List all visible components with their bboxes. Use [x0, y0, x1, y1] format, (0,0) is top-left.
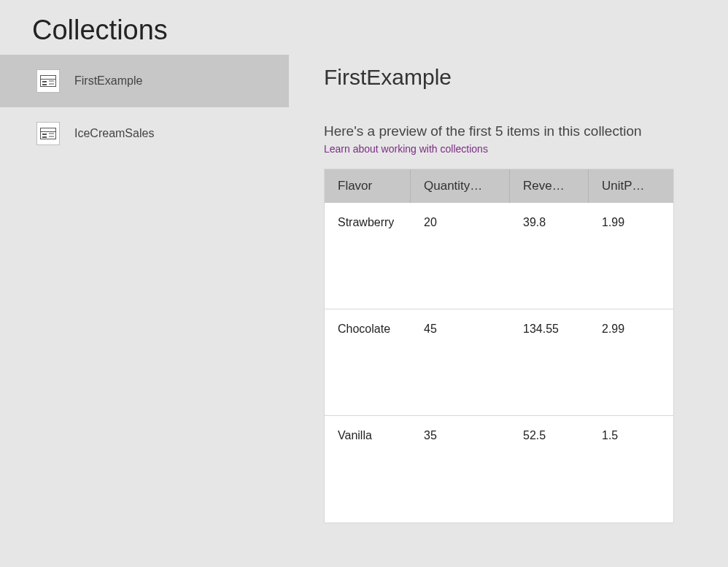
cell-quantity: 20 — [411, 216, 510, 229]
detail-pane: FirstExample Here's a preview of the fir… — [289, 55, 728, 523]
cell-revenue: 52.5 — [510, 429, 589, 442]
detail-title: FirstExample — [324, 65, 706, 90]
table-row[interactable]: Vanilla 35 52.5 1.5 — [325, 416, 673, 522]
workspace: FirstExample IceCreamSales FirstExample … — [0, 55, 728, 523]
cell-flavor: Chocolate — [325, 323, 411, 336]
cell-flavor: Vanilla — [325, 429, 411, 442]
table-row[interactable]: Strawberry 20 39.8 1.99 — [325, 203, 673, 309]
sidebar-item-firstexample[interactable]: FirstExample — [0, 55, 289, 107]
svg-rect-8 — [42, 134, 47, 135]
cell-unitprice: 1.99 — [589, 216, 673, 229]
table-header-row: Flavor Quantity… Reve… UnitP… — [325, 169, 673, 203]
table-header-unitprice[interactable]: UnitP… — [589, 169, 673, 203]
collection-icon — [36, 69, 60, 93]
cell-unitprice: 2.99 — [589, 323, 673, 336]
table-header-flavor[interactable]: Flavor — [325, 169, 411, 203]
cell-revenue: 134.55 — [510, 323, 589, 336]
sidebar-item-label: IceCreamSales — [74, 127, 154, 140]
cell-quantity: 35 — [411, 429, 510, 442]
table-row[interactable]: Chocolate 45 134.55 2.99 — [325, 309, 673, 416]
table-header-quantity[interactable]: Quantity… — [411, 169, 510, 203]
cell-flavor: Strawberry — [325, 216, 411, 229]
svg-rect-4 — [42, 84, 47, 85]
collections-sidebar: FirstExample IceCreamSales — [0, 55, 289, 523]
collection-icon — [36, 122, 60, 145]
cell-unitprice: 1.5 — [589, 429, 673, 442]
preview-description: Here's a preview of the first 5 items in… — [324, 123, 706, 139]
table-header-revenue[interactable]: Reve… — [510, 169, 589, 203]
svg-rect-2 — [42, 81, 47, 82]
sidebar-item-icecreamsales[interactable]: IceCreamSales — [0, 107, 289, 160]
preview-table: Flavor Quantity… Reve… UnitP… Strawberry… — [324, 169, 674, 523]
page-title: Collections — [0, 0, 728, 55]
cell-revenue: 39.8 — [510, 216, 589, 229]
learn-link[interactable]: Learn about working with collections — [324, 143, 488, 155]
sidebar-item-label: FirstExample — [74, 74, 142, 88]
svg-rect-10 — [42, 136, 47, 138]
cell-quantity: 45 — [411, 323, 510, 336]
